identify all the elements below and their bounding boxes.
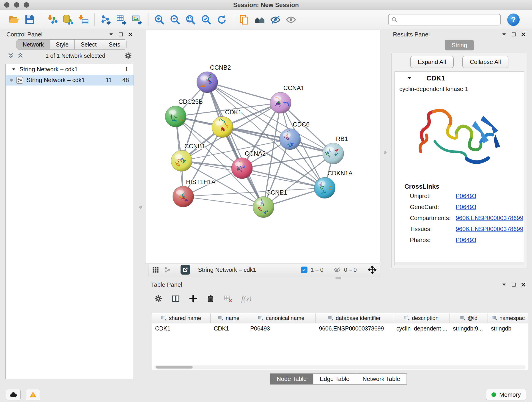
- hide-selected-button[interactable]: [269, 13, 282, 26]
- collapse-all-button[interactable]: Collapse All: [462, 56, 509, 68]
- column-header-description[interactable]: description: [393, 313, 450, 323]
- crosslink-row: GeneCard: P06493: [410, 204, 524, 211]
- refresh-view-button[interactable]: [215, 13, 228, 26]
- cell-description[interactable]: cyclin–dependent ...: [393, 325, 450, 332]
- zoom-out-button[interactable]: [169, 13, 181, 26]
- first-neighbors-button[interactable]: [254, 13, 266, 26]
- maximize-panel-icon[interactable]: [511, 282, 516, 287]
- maximize-panel-icon[interactable]: [118, 32, 123, 37]
- import-network-from-database-button[interactable]: [62, 13, 74, 26]
- column-header-id[interactable]: @id: [450, 313, 488, 323]
- zoom-fit-button[interactable]: [184, 13, 197, 26]
- column-header-canonical-name[interactable]: canonical name: [247, 313, 316, 323]
- delete-table-icon[interactable]: [224, 294, 232, 303]
- results-scrollbar[interactable]: [395, 262, 524, 265]
- tab-edge-table[interactable]: Edge Table: [313, 373, 356, 385]
- import-table-from-file-button[interactable]: [77, 13, 89, 26]
- tree-expand-icon[interactable]: [12, 67, 16, 71]
- cell-canonical-name[interactable]: P06493: [247, 325, 316, 332]
- crosslink-compartments-link[interactable]: 9606.ENSP00000378699: [456, 215, 523, 222]
- node-table-header: shared name name canonical name database…: [152, 313, 528, 323]
- copy-button[interactable]: [238, 13, 250, 26]
- float-panel-icon[interactable]: [501, 32, 507, 37]
- table-horizontal-scrollbar[interactable]: [154, 365, 526, 369]
- table-panel-title: Table Panel: [151, 281, 182, 288]
- close-panel-icon[interactable]: [521, 32, 526, 37]
- cell-namespace[interactable]: stringdb: [488, 325, 528, 332]
- birdseye-view-icon[interactable]: [164, 266, 171, 273]
- tab-select[interactable]: Select: [75, 39, 103, 50]
- right-splitter-handle[interactable]: [384, 151, 386, 154]
- node-label: RB1: [336, 135, 348, 142]
- network-graph[interactable]: CCNB2CCNA1CDC25BCDK1CDC6RB1CCNB1CCNA2CDK…: [146, 30, 380, 263]
- search-input[interactable]: [400, 16, 498, 23]
- status-bar: Memory: [0, 387, 532, 402]
- cell-shared-name[interactable]: CDK1: [152, 325, 210, 332]
- show-columns-icon[interactable]: [172, 294, 180, 303]
- network-collection-row[interactable]: String Network – cdk1 1: [6, 64, 133, 75]
- cell-name[interactable]: CDK1: [210, 325, 247, 332]
- crosslink-tissues-link[interactable]: 9606.ENSP00000378699: [456, 225, 523, 233]
- pan-move-icon[interactable]: [368, 266, 376, 274]
- zoom-selected-button[interactable]: [200, 13, 212, 26]
- current-network-indicator: [10, 79, 13, 82]
- zoom-in-button[interactable]: [153, 13, 166, 26]
- search-box[interactable]: [388, 14, 501, 26]
- crosslink-genecard-link[interactable]: P06493: [456, 204, 476, 211]
- float-panel-icon[interactable]: [501, 282, 507, 287]
- grid-view-icon[interactable]: [152, 266, 159, 273]
- maximize-panel-icon[interactable]: [511, 32, 516, 37]
- table-row[interactable]: CDK1 CDK1 P06493 9606.ENSP00000378699 cy…: [152, 323, 528, 334]
- tab-string-results[interactable]: String: [445, 40, 474, 51]
- tab-network-table[interactable]: Network Table: [356, 373, 407, 385]
- export-network-button[interactable]: [100, 13, 112, 26]
- close-panel-icon[interactable]: [521, 282, 526, 287]
- table-options-gear-icon[interactable]: [154, 294, 162, 303]
- show-all-button[interactable]: [285, 13, 297, 26]
- memory-status-dot: [491, 392, 496, 397]
- delete-column-trash-icon[interactable]: [206, 294, 215, 303]
- open-session-button[interactable]: [8, 13, 20, 26]
- tab-sets[interactable]: Sets: [103, 39, 127, 50]
- network-row-selected[interactable]: String Network – cdk1 11 48: [6, 75, 133, 85]
- tab-style[interactable]: Style: [50, 39, 75, 50]
- import-network-from-file-button[interactable]: [46, 13, 58, 26]
- cell-database-identifier[interactable]: 9606.ENSP00000378699: [316, 325, 393, 332]
- toolbar-separator: [94, 13, 95, 26]
- warnings-button[interactable]: [26, 389, 40, 400]
- tab-network[interactable]: Network: [17, 39, 50, 50]
- column-header-namespace[interactable]: namespac: [488, 313, 528, 323]
- column-header-database-identifier[interactable]: database identifier: [316, 313, 393, 323]
- expand-all-button[interactable]: Expand All: [410, 56, 454, 68]
- collapse-section-icon[interactable]: [407, 76, 412, 80]
- close-panel-icon[interactable]: [128, 32, 133, 37]
- export-table-button[interactable]: [115, 13, 128, 26]
- tab-node-table[interactable]: Node Table: [270, 373, 313, 385]
- collapse-all-icon[interactable]: [7, 52, 14, 59]
- node-table[interactable]: shared name name canonical name database…: [152, 313, 528, 370]
- export-image-button[interactable]: [131, 13, 143, 26]
- horizontal-splitter-handle[interactable]: [336, 277, 341, 279]
- selected-nodes-checkbox[interactable]: [301, 267, 307, 273]
- node-label: CCNA2: [245, 150, 266, 157]
- cell-id[interactable]: stringdb:9...: [450, 325, 488, 332]
- network-options-gear-icon[interactable]: [124, 52, 132, 60]
- column-header-name[interactable]: name: [210, 313, 247, 323]
- float-panel-icon[interactable]: [109, 32, 114, 37]
- crosslink-uniprot-link[interactable]: P06493: [456, 192, 476, 200]
- cloud-status-button[interactable]: [6, 389, 21, 400]
- scrollbar-thumb[interactable]: [156, 366, 193, 369]
- column-header-shared-name[interactable]: shared name: [152, 313, 210, 323]
- help-button[interactable]: ?: [507, 13, 520, 26]
- memory-button[interactable]: Memory: [486, 389, 526, 400]
- gene-detail-card: CDK1 cyclin-dependent kinase 1: [394, 71, 524, 265]
- left-splitter-handle[interactable]: [139, 206, 142, 209]
- function-builder-button[interactable]: f(x): [241, 294, 251, 303]
- save-session-button[interactable]: [24, 13, 36, 26]
- crosslink-pharos-link[interactable]: P06493: [456, 236, 476, 244]
- network-canvas[interactable]: CCNB2CCNA1CDC25BCDK1CDC6RB1CCNB1CCNA2CDK…: [145, 30, 380, 263]
- detach-view-button[interactable]: [181, 265, 190, 274]
- gene-section-header[interactable]: CDK1: [395, 72, 524, 85]
- add-column-icon[interactable]: [189, 294, 197, 303]
- expand-all-icon[interactable]: [17, 52, 24, 59]
